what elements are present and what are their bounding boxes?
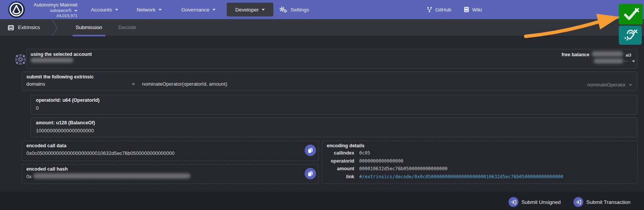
breadcrumb-chevron-icon bbox=[51, 19, 58, 36]
balance-ellipsis: ... bbox=[624, 57, 628, 63]
detail-key: link bbox=[327, 174, 354, 179]
encoding-details-rows: callindex 0c05 operatorid 00000000000000… bbox=[327, 150, 634, 182]
detail-value: 0000000000000000 bbox=[359, 158, 404, 164]
section-nav: Extrinsics Submission Decode bbox=[0, 19, 644, 36]
free-balance-value-redacted bbox=[592, 51, 623, 57]
github-link[interactable]: GitHub bbox=[427, 0, 451, 19]
detail-key: operatorid bbox=[327, 158, 354, 164]
copy-call-hash-button[interactable] bbox=[305, 168, 316, 179]
caret-down-icon bbox=[115, 9, 118, 11]
balance-unit: ai3 bbox=[626, 53, 631, 57]
wiki-link-label: Wiki bbox=[472, 7, 482, 13]
github-fork-icon bbox=[427, 7, 432, 13]
param-operator-id: operatorId: u64 (OperatorId) 0 bbox=[31, 95, 638, 115]
menu-governance-label: Governance bbox=[181, 7, 210, 13]
detail-row-link: link #/extrinsics/decode/0x0c05000000000… bbox=[327, 174, 634, 182]
encoding-details-panel: encoding details callindex 0c05 operator… bbox=[322, 141, 638, 184]
account-name-redacted[interactable] bbox=[31, 58, 73, 63]
caret-down-icon bbox=[74, 10, 77, 12]
decode-link[interactable]: #/extrinsics/decode/0x0c0500000000000000… bbox=[359, 174, 563, 179]
menu-accounts[interactable]: Accounts bbox=[91, 0, 118, 19]
encoding-details-title: encoding details bbox=[327, 143, 365, 148]
submit-icon-circle bbox=[573, 197, 583, 207]
github-link-label: GitHub bbox=[435, 7, 451, 13]
menu-settings-label: Settings bbox=[291, 7, 309, 13]
tab-submission[interactable]: Submission bbox=[76, 24, 102, 30]
chain-endpoint-selector[interactable]: Autonomys Mainnet subspace/5 #4,015,971 bbox=[29, 2, 77, 18]
encoded-call-hash-panel: encoded call hash 0x bbox=[22, 164, 319, 184]
pallet-select[interactable]: domains bbox=[26, 81, 45, 87]
param-operator-id-input[interactable]: 0 bbox=[36, 105, 39, 111]
detail-value: 000010632d5ec76b0500000000000000 bbox=[359, 166, 447, 171]
param-amount-label: amount: u128 (BalanceOf) bbox=[36, 120, 95, 125]
copy-call-data-button[interactable] bbox=[305, 145, 316, 156]
copy-icon bbox=[308, 148, 313, 153]
detail-key: callindex bbox=[327, 150, 354, 156]
param-operator-id-label: operatorId: u64 (OperatorId) bbox=[36, 98, 100, 103]
account-section-label: using the selected account bbox=[31, 52, 92, 57]
encoded-call-hash-label: encoded call hash bbox=[26, 166, 68, 172]
chain-name: Autonomys Mainnet bbox=[29, 2, 77, 8]
account-identicon[interactable] bbox=[15, 54, 26, 65]
encoded-call-hash-prefix: 0x bbox=[26, 174, 32, 179]
free-balance-label: free balance bbox=[562, 52, 589, 57]
caret-down-icon bbox=[261, 9, 265, 11]
caret-down-icon bbox=[158, 9, 162, 11]
detail-value: 0c05 bbox=[359, 150, 370, 156]
method-name-label: nominateOperator bbox=[587, 82, 626, 88]
gears-icon bbox=[279, 6, 287, 13]
param-amount: amount: u128 (BalanceOf) 100000000000000… bbox=[31, 117, 638, 137]
active-tab-indicator bbox=[73, 35, 105, 36]
section-title: Extrinsics bbox=[18, 24, 40, 30]
detail-row-operatorid: operatorid 0000000000000000 bbox=[327, 158, 634, 166]
check-close-icon bbox=[623, 7, 639, 21]
submit-unsigned-button[interactable]: Submit Unsigned bbox=[508, 197, 561, 207]
method-name-dropdown[interactable]: nominateOperator bbox=[587, 82, 632, 88]
wiki-book-icon bbox=[464, 7, 469, 13]
caret-down-icon bbox=[212, 9, 216, 11]
wiki-link[interactable]: Wiki bbox=[464, 0, 482, 19]
menu-settings[interactable]: Settings bbox=[279, 0, 309, 19]
submit-unsigned-label: Submit Unsigned bbox=[521, 199, 561, 205]
tab-decode[interactable]: Decode bbox=[118, 24, 136, 30]
caret-down-icon bbox=[629, 84, 632, 86]
menu-governance[interactable]: Governance bbox=[181, 0, 216, 19]
encoded-call-data-value: 0x0c050000000000000000000010632d5ec76b05… bbox=[26, 150, 174, 156]
sign-in-arrow-icon bbox=[576, 199, 581, 205]
detail-row-amount: amount 000010632d5ec76b0500000000000000 bbox=[327, 166, 634, 174]
submit-icon-circle bbox=[508, 197, 518, 207]
menu-network[interactable]: Network bbox=[137, 0, 162, 19]
balance-expander-caret-icon[interactable] bbox=[632, 60, 635, 62]
sign-in-arrow-icon bbox=[511, 199, 516, 205]
caret-down-icon bbox=[132, 83, 135, 85]
menu-accounts-label: Accounts bbox=[91, 7, 112, 13]
chain-spec-label: subspace/5 bbox=[50, 8, 71, 13]
menu-developer-label: Developer bbox=[235, 7, 259, 13]
submit-transaction-button[interactable]: Submit Transaction bbox=[573, 197, 631, 207]
secondary-balance-redacted bbox=[594, 59, 623, 63]
copy-icon bbox=[308, 171, 313, 177]
extrinsics-icon bbox=[8, 25, 14, 31]
encoded-call-data-panel: encoded call data 0x0c050000000000000000… bbox=[22, 141, 319, 161]
encoded-call-data-label: encoded call data bbox=[26, 143, 66, 148]
extrinsic-select-panel: submit the following extrinsic domains n… bbox=[22, 72, 638, 91]
menu-network-label: Network bbox=[137, 7, 156, 13]
top-nav: Autonomys Mainnet subspace/5 #4,015,971 … bbox=[0, 0, 644, 19]
call-hash-redacted bbox=[33, 173, 190, 179]
chain-spec: subspace/5 bbox=[29, 8, 77, 13]
mute-notifications-button[interactable] bbox=[619, 26, 642, 45]
hearing-disabled-icon bbox=[623, 28, 638, 42]
extrinsic-section-label: submit the following extrinsic bbox=[26, 74, 94, 80]
method-select[interactable]: nominateOperator(operatorId, amount) bbox=[142, 81, 227, 87]
detail-row-callindex: callindex 0c05 bbox=[327, 150, 634, 158]
param-amount-input[interactable]: 100000000000000000000 bbox=[36, 128, 94, 133]
menu-developer[interactable]: Developer bbox=[227, 3, 273, 16]
dismiss-banner-button[interactable] bbox=[619, 4, 643, 24]
app-window: Autonomys Mainnet subspace/5 #4,015,971 … bbox=[0, 0, 644, 210]
block-number: #4,015,971 bbox=[29, 13, 77, 18]
submit-transaction-label: Submit Transaction bbox=[586, 199, 631, 205]
account-panel: using the selected account free balance … bbox=[26, 49, 638, 69]
detail-key: amount bbox=[327, 166, 354, 171]
autonomys-logo-icon[interactable] bbox=[8, 1, 25, 18]
